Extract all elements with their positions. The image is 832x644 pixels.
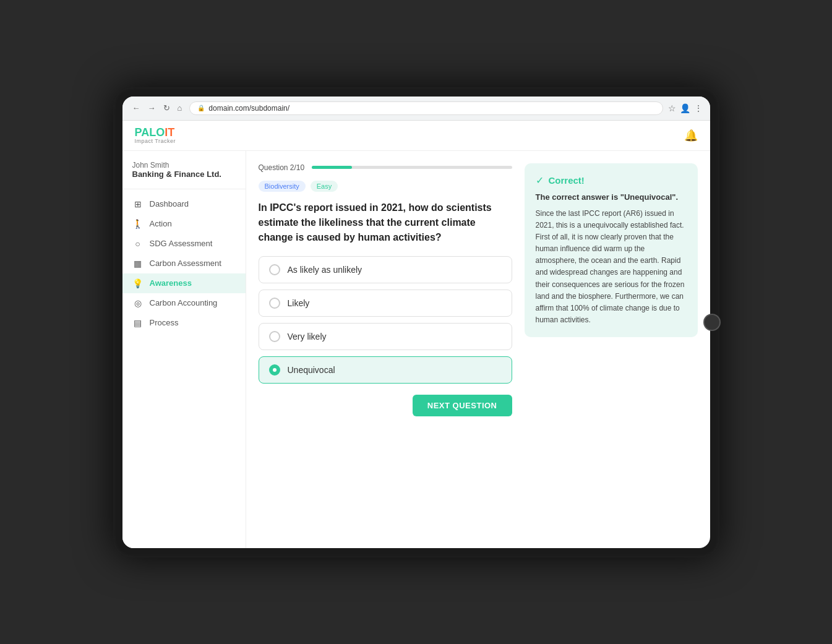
tablet-screen: ← → ↻ ⌂ 🔒 domain.com/subdomain/ ☆ 👤 ⋮ (122, 97, 710, 548)
check-icon: ✓ (536, 174, 544, 186)
option-b-label: Likely (288, 298, 310, 308)
sidebar-item-process[interactable]: ▤ Process (122, 313, 246, 333)
feedback-panel: ✓ Correct! The correct answer is "Unequi… (525, 163, 698, 338)
progress-header: Question 2/10 (259, 163, 512, 172)
sidebar-item-dashboard[interactable]: ⊞ Dashboard (122, 194, 246, 214)
quiz-section: Question 2/10 Biodiversity Easy In IPCC'… (259, 163, 512, 536)
sidebar-label-sdg: SDG Assessment (150, 239, 213, 248)
sidebar-label-awareness: Awareness (150, 278, 192, 288)
feedback-title: Correct! (549, 175, 585, 186)
tablet-home-button[interactable] (703, 314, 721, 331)
radio-c (269, 331, 280, 342)
user-info: John Smith Banking & Finance Ltd. (122, 161, 246, 189)
progress-label: Question 2/10 (259, 163, 305, 172)
browser-nav: ← → ↻ ⌂ (130, 102, 185, 114)
browser-bar: ← → ↻ ⌂ 🔒 domain.com/subdomain/ ☆ 👤 ⋮ (122, 97, 710, 121)
radio-a (269, 264, 280, 275)
star-icon[interactable]: ☆ (668, 103, 676, 113)
awareness-icon: 💡 (132, 278, 144, 288)
tag-easy: Easy (311, 181, 338, 192)
progress-bar-container (312, 166, 512, 169)
radio-d-inner (273, 368, 277, 372)
feedback-header: ✓ Correct! (536, 174, 687, 186)
sidebar-label-action: Action (150, 219, 172, 228)
process-icon: ▤ (132, 318, 144, 328)
logo-it: IT (165, 127, 174, 138)
profile-icon[interactable]: 👤 (680, 103, 690, 113)
option-b[interactable]: Likely (259, 290, 512, 317)
sidebar-label-carbon-accounting: Carbon Accounting (150, 298, 218, 307)
refresh-button[interactable]: ↻ (161, 102, 173, 114)
logo-subtitle: Impact Tracker (135, 138, 176, 144)
tablet-frame: ← → ↻ ⌂ 🔒 domain.com/subdomain/ ☆ 👤 ⋮ (113, 87, 719, 557)
header-actions: 🔔 (684, 129, 698, 142)
app-container: PALO IT Impact Tracker 🔔 John Smith Bank… (122, 121, 710, 548)
sidebar-item-carbon-accounting[interactable]: ◎ Carbon Accounting (122, 293, 246, 313)
progress-bar-fill (312, 166, 352, 169)
home-button[interactable]: ⌂ (175, 102, 185, 114)
app-header: PALO IT Impact Tracker 🔔 (122, 121, 710, 151)
next-question-button[interactable]: NEXT QUESTION (413, 395, 512, 416)
carbon-assessment-icon: ▦ (132, 259, 144, 268)
carbon-accounting-icon: ◎ (132, 298, 144, 308)
option-c-label: Very likely (288, 332, 327, 341)
option-d[interactable]: Unequivocal (259, 356, 512, 384)
feedback-explanation: Since the last IPCC report (AR6) issued … (536, 208, 687, 327)
logo-palo: PALO (135, 127, 165, 138)
sidebar-item-action[interactable]: 🚶 Action (122, 214, 246, 234)
question-text: In IPCC's report issued in 2021, how do … (259, 200, 512, 245)
sidebar-item-sdg-assessment[interactable]: ○ SDG Assessment (122, 234, 246, 254)
option-a-label: As likely as unlikely (288, 265, 362, 275)
sidebar-label-process: Process (150, 318, 179, 327)
browser-actions: ☆ 👤 ⋮ (668, 103, 703, 113)
user-name: John Smith (132, 161, 236, 170)
main-layout: John Smith Banking & Finance Ltd. ⊞ Dash… (122, 151, 710, 548)
sidebar-label-dashboard: Dashboard (150, 199, 189, 208)
url-text: domain.com/subdomain/ (208, 104, 289, 113)
radio-b (269, 298, 280, 309)
sidebar: John Smith Banking & Finance Ltd. ⊞ Dash… (122, 151, 246, 548)
option-c[interactable]: Very likely (259, 323, 512, 350)
back-button[interactable]: ← (130, 102, 143, 114)
sidebar-item-awareness[interactable]: 💡 Awareness (122, 273, 246, 293)
tags: Biodiversity Easy (259, 181, 512, 192)
logo: PALO IT Impact Tracker (135, 127, 176, 144)
sidebar-item-carbon-assessment[interactable]: ▦ Carbon Assessment (122, 254, 246, 273)
user-company: Banking & Finance Ltd. (132, 170, 236, 179)
sidebar-label-carbon-assessment: Carbon Assessment (150, 259, 221, 268)
radio-d (269, 364, 280, 376)
dashboard-icon: ⊞ (132, 199, 144, 209)
option-a[interactable]: As likely as unlikely (259, 256, 512, 283)
menu-icon[interactable]: ⋮ (694, 103, 703, 113)
lock-icon: 🔒 (197, 105, 205, 111)
content-area: Question 2/10 Biodiversity Easy In IPCC'… (246, 151, 710, 548)
answer-options: As likely as unlikely Likely Very likely (259, 256, 512, 384)
action-icon: 🚶 (132, 219, 144, 229)
tag-biodiversity: Biodiversity (259, 181, 306, 192)
address-bar[interactable]: 🔒 domain.com/subdomain/ (189, 101, 663, 115)
sdg-icon: ○ (132, 239, 144, 249)
option-d-label: Unequivocal (288, 365, 335, 375)
feedback-answer: The correct answer is "Unequivocal". (536, 192, 687, 202)
forward-button[interactable]: → (145, 102, 158, 114)
notification-button[interactable]: 🔔 (684, 129, 698, 142)
